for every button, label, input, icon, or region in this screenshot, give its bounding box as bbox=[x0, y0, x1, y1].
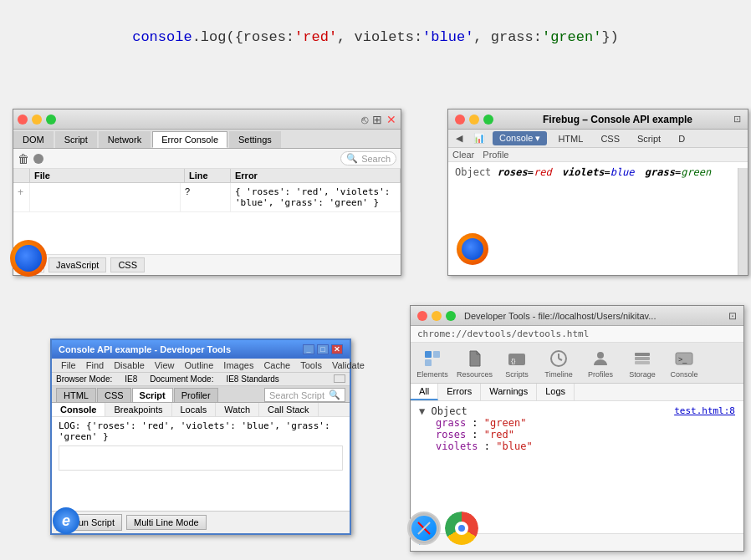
firebug-close-btn[interactable] bbox=[455, 115, 465, 125]
firebug-back-icon[interactable]: ◀ bbox=[452, 131, 466, 145]
ie-menu-outline[interactable]: Outline bbox=[179, 359, 218, 371]
firebug-clear-btn[interactable]: Clear bbox=[452, 150, 474, 160]
chrome-tool-elements[interactable]: Elements bbox=[415, 347, 450, 379]
ie-statusbar: Browser Mode: IE8 Document Mode: IE8 Sta… bbox=[52, 373, 350, 386]
minimize-button[interactable] bbox=[32, 115, 42, 125]
firebug-html-tab[interactable]: HTML bbox=[551, 132, 590, 145]
chrome-obj-expand-arrow[interactable]: ▼ bbox=[419, 405, 425, 417]
ie-minimize-btn[interactable]: _ bbox=[303, 344, 314, 354]
chrome-resize-icon[interactable]: ⊡ bbox=[728, 310, 737, 322]
ie-input-area[interactable] bbox=[59, 445, 343, 471]
timeline-label: Timeline bbox=[544, 370, 573, 379]
safari-logo bbox=[407, 512, 441, 545]
ie-search-box[interactable]: Search Script 🔍 bbox=[264, 388, 345, 402]
firebug-scrollbar[interactable] bbox=[738, 168, 748, 275]
ie-subtab-console[interactable]: Console bbox=[52, 403, 105, 416]
record-button[interactable] bbox=[33, 154, 43, 164]
col-error: Error bbox=[231, 169, 401, 182]
ie-titlebar: Console API example - Developer Tools _ … bbox=[52, 340, 350, 359]
error-console-tabs: DOM Script Network Error Console Setting… bbox=[13, 130, 401, 149]
chrome-tool-timeline[interactable]: Timeline bbox=[541, 347, 576, 379]
chrome-tools-row: Elements Resources {} Scripts Timeline bbox=[411, 343, 743, 384]
firebug-prop-violets-label: violets=blue bbox=[562, 166, 635, 178]
bottom-tab-javascript[interactable]: JavaScript bbox=[49, 257, 106, 272]
chrome-filter-logs[interactable]: Logs bbox=[537, 384, 575, 400]
ie-subtab-callstack[interactable]: Call Stack bbox=[259, 403, 319, 416]
firebug-max-btn[interactable] bbox=[483, 115, 493, 125]
ie-tab-script[interactable]: Script bbox=[132, 388, 173, 402]
chrome-tool-scripts[interactable]: {} Scripts bbox=[499, 347, 534, 379]
firebug-chart-icon[interactable]: 📊 bbox=[470, 131, 488, 145]
firebug-css-tab[interactable]: CSS bbox=[594, 132, 626, 145]
chrome-tool-resources[interactable]: Resources bbox=[457, 347, 493, 379]
firebug-min-btn[interactable] bbox=[469, 115, 479, 125]
ie-close-btn[interactable]: ✕ bbox=[331, 344, 343, 354]
ie-toggle-btn[interactable] bbox=[334, 374, 345, 383]
console-icon: >_ bbox=[672, 347, 696, 370]
tab-settings[interactable]: Settings bbox=[229, 131, 281, 148]
search-box[interactable]: 🔍 Search bbox=[340, 151, 396, 165]
ie-menu-tools[interactable]: Tools bbox=[295, 359, 327, 371]
firebug-console-tab[interactable]: Console ▾ bbox=[493, 131, 547, 145]
ie-tabs: HTML CSS Script Profiler Search Script 🔍 bbox=[52, 386, 350, 403]
chrome-filter-errors[interactable]: Errors bbox=[438, 384, 481, 400]
chrome-tool-storage[interactable]: Storage bbox=[625, 347, 660, 379]
ie-restore-btn[interactable]: □ bbox=[317, 344, 329, 354]
bottom-tab-css[interactable]: CSS bbox=[110, 257, 145, 272]
ie-subtab-breakpoints[interactable]: Breakpoints bbox=[105, 403, 171, 416]
error-console-bottom-tabs: All JavaScript CSS bbox=[13, 254, 401, 275]
svg-rect-10 bbox=[635, 357, 650, 360]
expand-icon[interactable]: ⊞ bbox=[372, 113, 382, 126]
firebug-script-tab[interactable]: Script bbox=[631, 132, 667, 145]
chrome-key-grass: grass bbox=[436, 417, 466, 429]
ie-menu-file[interactable]: File bbox=[56, 359, 81, 371]
ie-doc-mode: IE8 Standards bbox=[226, 374, 278, 384]
ie-tab-css[interactable]: CSS bbox=[97, 388, 131, 402]
row-expand[interactable]: + bbox=[13, 183, 30, 211]
tab-dom[interactable]: DOM bbox=[13, 131, 54, 148]
chrome-object-label: Object bbox=[431, 405, 467, 417]
error-console-toolbar: 🗑 🔍 Search bbox=[13, 149, 401, 169]
ie-multiline-btn[interactable]: Multi Line Mode bbox=[126, 515, 207, 530]
firebug-d-tab[interactable]: D bbox=[672, 132, 692, 145]
ie-menu-view[interactable]: View bbox=[150, 359, 180, 371]
tab-error-console[interactable]: Error Console bbox=[152, 131, 227, 148]
tab-script[interactable]: Script bbox=[55, 131, 97, 148]
chrome-close-btn[interactable] bbox=[417, 311, 427, 321]
chrome-tool-console[interactable]: >_ Console bbox=[667, 345, 702, 380]
chrome-max-btn[interactable] bbox=[446, 311, 456, 321]
ie-tab-html[interactable]: HTML bbox=[56, 388, 96, 402]
ie-subtab-locals[interactable]: Locals bbox=[172, 403, 217, 416]
firebug-prop-grass-label: grass=green bbox=[645, 166, 711, 178]
detach-icon[interactable]: ⎋ bbox=[361, 113, 368, 126]
firebug-title: Firebug – Console API example bbox=[502, 114, 733, 125]
svg-rect-2 bbox=[425, 359, 432, 366]
scripts-label: Scripts bbox=[505, 370, 529, 379]
ie-subtab-watch[interactable]: Watch bbox=[216, 403, 259, 416]
clear-icon[interactable]: 🗑 bbox=[18, 152, 29, 165]
close-button[interactable] bbox=[18, 115, 28, 125]
ie-menu-validate[interactable]: Validate bbox=[327, 359, 370, 371]
firebug-resize-icon[interactable]: ⊡ bbox=[733, 114, 741, 125]
firebug-toolbar: ◀ 📊 Console ▾ HTML CSS Script D bbox=[448, 130, 748, 148]
chrome-filter-warnings[interactable]: Warnings bbox=[481, 384, 537, 400]
ie-menu-images[interactable]: Images bbox=[218, 359, 258, 371]
svg-point-8 bbox=[597, 352, 604, 359]
ie-tab-profiler[interactable]: Profiler bbox=[174, 388, 218, 402]
ie-menu-disable[interactable]: Disable bbox=[109, 359, 150, 371]
ie-browser-mode: IE8 bbox=[125, 374, 137, 384]
tab-network[interactable]: Network bbox=[99, 131, 151, 148]
firebug-profile-btn[interactable]: Profile bbox=[483, 150, 508, 160]
ie-menu-find[interactable]: Find bbox=[81, 359, 109, 371]
chrome-min-btn[interactable] bbox=[432, 311, 442, 321]
chrome-filter-all[interactable]: All bbox=[411, 384, 438, 400]
chrome-tool-profiles[interactable]: Profiles bbox=[583, 347, 618, 379]
ie-menu-cache[interactable]: Cache bbox=[258, 359, 295, 371]
chrome-val-violets: "blue" bbox=[496, 440, 532, 452]
error-console-window: ⎋ ⊞ ✕ DOM Script Network Error Console S… bbox=[13, 109, 401, 276]
close-x-icon[interactable]: ✕ bbox=[386, 113, 396, 126]
chrome-file-link[interactable]: test.html:8 bbox=[674, 405, 735, 416]
ie-log-output: LOG: {'roses': 'red', 'violets': 'blue',… bbox=[59, 420, 343, 442]
maximize-button[interactable] bbox=[46, 115, 56, 125]
chrome-filter-tabs: All Errors Warnings Logs bbox=[411, 384, 743, 401]
